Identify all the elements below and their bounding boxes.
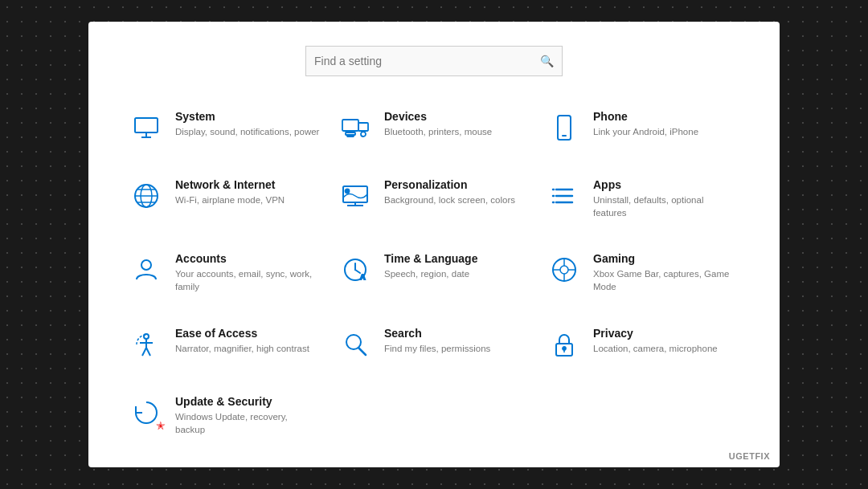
personalization-icon: [338, 178, 373, 214]
svg-point-7: [361, 132, 366, 137]
privacy-text: Privacy Location, camera, microphone: [593, 327, 718, 355]
svg-point-25: [141, 260, 151, 270]
svg-rect-6: [347, 135, 354, 137]
devices-title: Devices: [384, 110, 492, 123]
network-desc: Wi-Fi, airplane mode, VPN: [175, 194, 285, 206]
accounts-icon: [129, 252, 164, 287]
svg-line-42: [358, 348, 366, 355]
search-text: Search Find my files, permissions: [384, 327, 490, 355]
personalization-title: Personalization: [384, 178, 515, 191]
search-bar[interactable]: 🔍: [305, 46, 563, 76]
svg-text:A: A: [360, 273, 366, 281]
ease-title: Ease of Access: [175, 327, 309, 340]
network-text: Network & Internet Wi-Fi, airplane mode,…: [175, 178, 285, 206]
time-icon: A: [338, 252, 373, 287]
svg-rect-3: [342, 120, 358, 131]
update-star-badge: ✭: [156, 419, 166, 432]
privacy-desc: Location, camera, microphone: [593, 342, 718, 355]
search-icon: 🔍: [540, 55, 554, 67]
setting-update[interactable]: ✭ Update & Security Windows Update, reco…: [121, 385, 330, 451]
gaming-desc: Xbox Game Bar, captures, Game Mode: [593, 267, 738, 293]
ease-desc: Narrator, magnifier, high contrast: [175, 342, 309, 355]
personalization-desc: Background, lock screen, colors: [384, 194, 515, 206]
system-desc: Display, sound, notifications, power: [175, 125, 319, 138]
setting-phone[interactable]: Phone Link your Android, iPhone: [538, 100, 747, 161]
privacy-icon: [547, 327, 582, 362]
update-desc: Windows Update, recovery, backup: [175, 410, 320, 436]
devices-desc: Bluetooth, printers, mouse: [384, 125, 492, 138]
gaming-icon: [547, 252, 582, 287]
accounts-desc: Your accounts, email, sync, work, family: [175, 267, 320, 293]
network-icon: [129, 178, 164, 214]
search-input[interactable]: [314, 55, 540, 67]
setting-network[interactable]: Network & Internet Wi-Fi, airplane mode,…: [121, 169, 330, 234]
svg-point-18: [346, 189, 350, 194]
setting-devices[interactable]: Devices Bluetooth, printers, mouse: [330, 100, 538, 161]
setting-privacy[interactable]: Privacy Location, camera, microphone: [538, 317, 747, 377]
svg-point-31: [560, 266, 568, 274]
time-title: Time & Language: [384, 252, 477, 265]
phone-icon: [547, 110, 582, 145]
network-title: Network & Internet: [175, 178, 285, 191]
update-text: Update & Security Windows Update, recove…: [175, 395, 320, 436]
setting-apps[interactable]: Apps Uninstall, defaults, optional featu…: [538, 169, 747, 234]
search-setting-icon: [338, 327, 373, 362]
apps-title: Apps: [593, 178, 738, 191]
setting-system[interactable]: System Display, sound, notifications, po…: [121, 100, 330, 161]
phone-title: Phone: [593, 110, 698, 123]
svg-rect-0: [135, 118, 158, 132]
settings-grid: System Display, sound, notifications, po…: [121, 100, 747, 451]
svg-point-44: [563, 347, 566, 350]
system-icon: [129, 110, 164, 145]
time-desc: Speech, region, date: [384, 267, 477, 280]
settings-window: 🔍 System Display, sound, notifications, …: [88, 22, 780, 467]
accounts-text: Accounts Your accounts, email, sync, wor…: [175, 252, 320, 293]
gaming-text: Gaming Xbox Game Bar, captures, Game Mod…: [593, 252, 738, 293]
ease-icon: [129, 327, 164, 362]
personalization-text: Personalization Background, lock screen,…: [384, 178, 515, 206]
search-title: Search: [384, 327, 490, 340]
svg-line-39: [142, 348, 146, 356]
apps-icon: [547, 178, 582, 214]
time-text: Time & Language Speech, region, date: [384, 252, 477, 280]
ease-text: Ease of Access Narrator, magnifier, high…: [175, 327, 309, 355]
search-desc: Find my files, permissions: [384, 342, 490, 355]
update-title: Update & Security: [175, 395, 320, 408]
setting-search[interactable]: Search Find my files, permissions: [330, 317, 538, 377]
setting-accounts[interactable]: Accounts Your accounts, email, sync, wor…: [121, 242, 330, 308]
system-title: System: [175, 110, 319, 123]
search-bar-area: 🔍: [121, 46, 747, 76]
gaming-title: Gaming: [593, 252, 738, 265]
apps-desc: Uninstall, defaults, optional features: [593, 194, 738, 219]
setting-time[interactable]: A Time & Language Speech, region, date: [330, 242, 538, 308]
svg-line-40: [146, 348, 150, 356]
setting-personalization[interactable]: Personalization Background, lock screen,…: [330, 169, 538, 234]
svg-rect-4: [358, 123, 368, 131]
setting-ease[interactable]: Ease of Access Narrator, magnifier, high…: [121, 317, 330, 377]
system-text: System Display, sound, notifications, po…: [175, 110, 319, 138]
phone-text: Phone Link your Android, iPhone: [593, 110, 698, 138]
phone-desc: Link your Android, iPhone: [593, 125, 698, 138]
devices-icon: [338, 110, 373, 145]
accounts-title: Accounts: [175, 252, 320, 265]
update-icon: ✭: [129, 395, 164, 430]
devices-text: Devices Bluetooth, printers, mouse: [384, 110, 492, 138]
privacy-title: Privacy: [593, 327, 718, 340]
setting-gaming[interactable]: Gaming Xbox Game Bar, captures, Game Mod…: [538, 242, 747, 308]
watermark: UGETFIX: [729, 451, 770, 461]
apps-text: Apps Uninstall, defaults, optional featu…: [593, 178, 738, 219]
